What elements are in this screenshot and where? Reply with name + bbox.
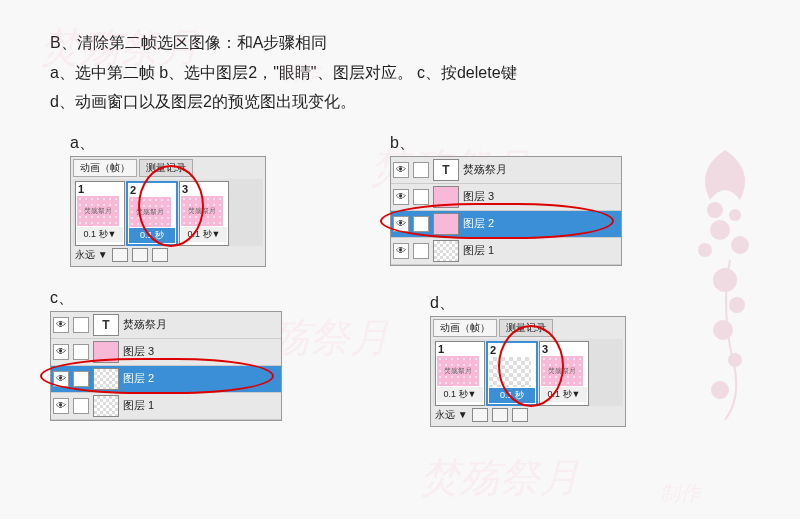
eye-icon[interactable]: 👁: [393, 162, 409, 178]
fig-d-label: d、: [430, 293, 626, 314]
fig-c-label: c、: [50, 288, 282, 309]
prev-frame-button[interactable]: [492, 408, 508, 422]
layer-row-text[interactable]: 👁T焚殇祭月: [51, 312, 281, 339]
layers-panel-c: 👁T焚殇祭月 👁图层 3 👁图层 2 👁图层 1: [50, 311, 282, 421]
layer-row-1[interactable]: 👁图层 1: [391, 238, 621, 265]
layer-row-2-selected[interactable]: 👁图层 2: [51, 366, 281, 393]
layer-thumb: [433, 186, 459, 208]
frame-1[interactable]: 1焚殇祭月0.1 秒▼: [435, 341, 485, 406]
eye-icon[interactable]: 👁: [393, 243, 409, 259]
layer-row-2-selected[interactable]: 👁图层 2: [391, 211, 621, 238]
instruction-line-3: d、动画窗口以及图层2的预览图出现变化。: [50, 89, 760, 115]
frame-3[interactable]: 3焚殇祭月0.1 秒▼: [539, 341, 589, 406]
eye-icon[interactable]: 👁: [53, 371, 69, 387]
frame-2-selected[interactable]: 2焚殇祭月0.1 秒: [126, 181, 178, 246]
animation-panel-a: 动画（帧） 测量记录 1焚殇祭月0.1 秒▼ 2焚殇祭月0.1 秒 3焚殇祭月0…: [70, 156, 266, 267]
play-button[interactable]: [152, 248, 168, 262]
tab-measure[interactable]: 测量记录: [139, 159, 193, 177]
frame-2-cleared-preview: [489, 357, 531, 387]
eye-icon[interactable]: 👁: [53, 398, 69, 414]
layer-row-3[interactable]: 👁图层 3: [51, 339, 281, 366]
prev-frame-button[interactable]: [132, 248, 148, 262]
tab-animation[interactable]: 动画（帧）: [433, 319, 497, 337]
loop-forever[interactable]: 永远 ▼: [75, 248, 108, 262]
frame-2-selected[interactable]: 20.1 秒: [486, 341, 538, 406]
animation-panel-d: 动画（帧） 测量记录 1焚殇祭月0.1 秒▼ 20.1 秒 3焚殇祭月0.1 秒…: [430, 316, 626, 427]
layer-row-3[interactable]: 👁图层 3: [391, 184, 621, 211]
frame-1[interactable]: 1焚殇祭月0.1 秒▼: [75, 181, 125, 246]
instruction-line-1: B、清除第二帧选区图像：和A步骤相同: [50, 30, 760, 56]
layer-thumb: [433, 213, 459, 235]
eye-icon[interactable]: 👁: [393, 189, 409, 205]
layer-thumb: [93, 395, 119, 417]
frame-3[interactable]: 3焚殇祭月0.1 秒▼: [179, 181, 229, 246]
layer-thumb-cleared: [93, 368, 119, 390]
tab-animation[interactable]: 动画（帧）: [73, 159, 137, 177]
loop-forever[interactable]: 永远 ▼: [435, 408, 468, 422]
play-button[interactable]: [512, 408, 528, 422]
text-layer-thumb: T: [93, 314, 119, 336]
layer-row-text[interactable]: 👁T焚殇祭月: [391, 157, 621, 184]
eye-icon[interactable]: 👁: [53, 344, 69, 360]
first-frame-button[interactable]: [472, 408, 488, 422]
layer-row-1[interactable]: 👁图层 1: [51, 393, 281, 420]
layers-panel-b: 👁T焚殇祭月 👁图层 3 👁图层 2 👁图层 1: [390, 156, 622, 266]
eye-icon[interactable]: 👁: [53, 317, 69, 333]
text-layer-thumb: T: [433, 159, 459, 181]
fig-b-label: b、: [390, 133, 622, 154]
tab-measure[interactable]: 测量记录: [499, 319, 553, 337]
fig-a-label: a、: [70, 133, 266, 154]
layer-thumb: [433, 240, 459, 262]
instruction-line-2: a、选中第二帧 b、选中图层2，"眼睛"、图层对应。 c、按delete键: [50, 60, 760, 86]
eye-icon[interactable]: 👁: [393, 216, 409, 232]
layer-thumb: [93, 341, 119, 363]
first-frame-button[interactable]: [112, 248, 128, 262]
